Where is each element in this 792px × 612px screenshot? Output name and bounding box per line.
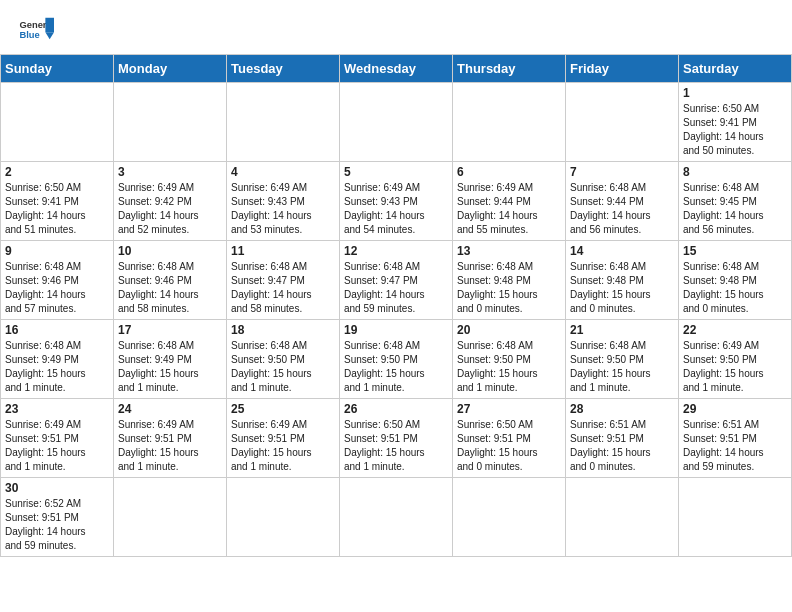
day-info: Sunrise: 6:49 AM Sunset: 9:50 PM Dayligh… bbox=[683, 339, 787, 395]
day-info: Sunrise: 6:52 AM Sunset: 9:51 PM Dayligh… bbox=[5, 497, 109, 553]
day-cell bbox=[679, 478, 792, 557]
svg-marker-2 bbox=[45, 18, 54, 32]
day-cell: 26Sunrise: 6:50 AM Sunset: 9:51 PM Dayli… bbox=[340, 399, 453, 478]
day-cell bbox=[1, 83, 114, 162]
header-monday: Monday bbox=[114, 55, 227, 83]
day-cell: 2Sunrise: 6:50 AM Sunset: 9:41 PM Daylig… bbox=[1, 162, 114, 241]
day-number: 1 bbox=[683, 86, 787, 100]
day-cell: 25Sunrise: 6:49 AM Sunset: 9:51 PM Dayli… bbox=[227, 399, 340, 478]
header-friday: Friday bbox=[566, 55, 679, 83]
week-row-5: 30Sunrise: 6:52 AM Sunset: 9:51 PM Dayli… bbox=[1, 478, 792, 557]
day-cell: 11Sunrise: 6:48 AM Sunset: 9:47 PM Dayli… bbox=[227, 241, 340, 320]
day-info: Sunrise: 6:49 AM Sunset: 9:51 PM Dayligh… bbox=[118, 418, 222, 474]
day-info: Sunrise: 6:50 AM Sunset: 9:51 PM Dayligh… bbox=[457, 418, 561, 474]
day-info: Sunrise: 6:50 AM Sunset: 9:51 PM Dayligh… bbox=[344, 418, 448, 474]
day-cell: 4Sunrise: 6:49 AM Sunset: 9:43 PM Daylig… bbox=[227, 162, 340, 241]
day-number: 15 bbox=[683, 244, 787, 258]
day-number: 9 bbox=[5, 244, 109, 258]
day-info: Sunrise: 6:49 AM Sunset: 9:43 PM Dayligh… bbox=[231, 181, 335, 237]
day-cell: 22Sunrise: 6:49 AM Sunset: 9:50 PM Dayli… bbox=[679, 320, 792, 399]
day-number: 5 bbox=[344, 165, 448, 179]
day-cell bbox=[227, 478, 340, 557]
day-cell: 19Sunrise: 6:48 AM Sunset: 9:50 PM Dayli… bbox=[340, 320, 453, 399]
day-info: Sunrise: 6:50 AM Sunset: 9:41 PM Dayligh… bbox=[683, 102, 787, 158]
day-number: 18 bbox=[231, 323, 335, 337]
day-cell bbox=[340, 478, 453, 557]
day-info: Sunrise: 6:48 AM Sunset: 9:50 PM Dayligh… bbox=[231, 339, 335, 395]
day-info: Sunrise: 6:51 AM Sunset: 9:51 PM Dayligh… bbox=[683, 418, 787, 474]
day-cell: 6Sunrise: 6:49 AM Sunset: 9:44 PM Daylig… bbox=[453, 162, 566, 241]
header-wednesday: Wednesday bbox=[340, 55, 453, 83]
day-cell bbox=[227, 83, 340, 162]
day-cell: 20Sunrise: 6:48 AM Sunset: 9:50 PM Dayli… bbox=[453, 320, 566, 399]
day-number: 3 bbox=[118, 165, 222, 179]
day-cell: 18Sunrise: 6:48 AM Sunset: 9:50 PM Dayli… bbox=[227, 320, 340, 399]
calendar-body: 1Sunrise: 6:50 AM Sunset: 9:41 PM Daylig… bbox=[1, 83, 792, 557]
day-number: 23 bbox=[5, 402, 109, 416]
day-cell bbox=[114, 478, 227, 557]
day-info: Sunrise: 6:48 AM Sunset: 9:50 PM Dayligh… bbox=[457, 339, 561, 395]
week-row-3: 16Sunrise: 6:48 AM Sunset: 9:49 PM Dayli… bbox=[1, 320, 792, 399]
day-cell: 12Sunrise: 6:48 AM Sunset: 9:47 PM Dayli… bbox=[340, 241, 453, 320]
day-number: 11 bbox=[231, 244, 335, 258]
day-info: Sunrise: 6:48 AM Sunset: 9:49 PM Dayligh… bbox=[118, 339, 222, 395]
logo: General Blue bbox=[18, 12, 54, 48]
day-info: Sunrise: 6:48 AM Sunset: 9:48 PM Dayligh… bbox=[457, 260, 561, 316]
day-number: 30 bbox=[5, 481, 109, 495]
week-row-1: 2Sunrise: 6:50 AM Sunset: 9:41 PM Daylig… bbox=[1, 162, 792, 241]
day-number: 20 bbox=[457, 323, 561, 337]
day-cell: 17Sunrise: 6:48 AM Sunset: 9:49 PM Dayli… bbox=[114, 320, 227, 399]
day-info: Sunrise: 6:49 AM Sunset: 9:51 PM Dayligh… bbox=[5, 418, 109, 474]
day-info: Sunrise: 6:50 AM Sunset: 9:41 PM Dayligh… bbox=[5, 181, 109, 237]
day-number: 24 bbox=[118, 402, 222, 416]
day-number: 17 bbox=[118, 323, 222, 337]
day-cell: 28Sunrise: 6:51 AM Sunset: 9:51 PM Dayli… bbox=[566, 399, 679, 478]
day-number: 28 bbox=[570, 402, 674, 416]
day-cell: 1Sunrise: 6:50 AM Sunset: 9:41 PM Daylig… bbox=[679, 83, 792, 162]
day-cell: 27Sunrise: 6:50 AM Sunset: 9:51 PM Dayli… bbox=[453, 399, 566, 478]
day-cell: 8Sunrise: 6:48 AM Sunset: 9:45 PM Daylig… bbox=[679, 162, 792, 241]
header-tuesday: Tuesday bbox=[227, 55, 340, 83]
day-cell bbox=[114, 83, 227, 162]
day-info: Sunrise: 6:48 AM Sunset: 9:46 PM Dayligh… bbox=[118, 260, 222, 316]
day-cell: 13Sunrise: 6:48 AM Sunset: 9:48 PM Dayli… bbox=[453, 241, 566, 320]
calendar-header-row: SundayMondayTuesdayWednesdayThursdayFrid… bbox=[1, 55, 792, 83]
day-info: Sunrise: 6:49 AM Sunset: 9:43 PM Dayligh… bbox=[344, 181, 448, 237]
day-info: Sunrise: 6:48 AM Sunset: 9:48 PM Dayligh… bbox=[683, 260, 787, 316]
day-cell: 29Sunrise: 6:51 AM Sunset: 9:51 PM Dayli… bbox=[679, 399, 792, 478]
week-row-4: 23Sunrise: 6:49 AM Sunset: 9:51 PM Dayli… bbox=[1, 399, 792, 478]
day-cell: 3Sunrise: 6:49 AM Sunset: 9:42 PM Daylig… bbox=[114, 162, 227, 241]
day-number: 16 bbox=[5, 323, 109, 337]
day-number: 27 bbox=[457, 402, 561, 416]
day-number: 22 bbox=[683, 323, 787, 337]
day-number: 7 bbox=[570, 165, 674, 179]
day-cell bbox=[340, 83, 453, 162]
day-info: Sunrise: 6:49 AM Sunset: 9:44 PM Dayligh… bbox=[457, 181, 561, 237]
day-cell: 5Sunrise: 6:49 AM Sunset: 9:43 PM Daylig… bbox=[340, 162, 453, 241]
svg-text:Blue: Blue bbox=[19, 30, 39, 40]
day-cell: 23Sunrise: 6:49 AM Sunset: 9:51 PM Dayli… bbox=[1, 399, 114, 478]
day-info: Sunrise: 6:49 AM Sunset: 9:42 PM Dayligh… bbox=[118, 181, 222, 237]
day-cell: 15Sunrise: 6:48 AM Sunset: 9:48 PM Dayli… bbox=[679, 241, 792, 320]
day-number: 12 bbox=[344, 244, 448, 258]
day-info: Sunrise: 6:48 AM Sunset: 9:50 PM Dayligh… bbox=[570, 339, 674, 395]
svg-marker-3 bbox=[45, 32, 54, 39]
day-number: 19 bbox=[344, 323, 448, 337]
day-number: 25 bbox=[231, 402, 335, 416]
day-info: Sunrise: 6:48 AM Sunset: 9:47 PM Dayligh… bbox=[231, 260, 335, 316]
day-cell: 30Sunrise: 6:52 AM Sunset: 9:51 PM Dayli… bbox=[1, 478, 114, 557]
day-number: 6 bbox=[457, 165, 561, 179]
calendar: SundayMondayTuesdayWednesdayThursdayFrid… bbox=[0, 54, 792, 557]
day-info: Sunrise: 6:48 AM Sunset: 9:46 PM Dayligh… bbox=[5, 260, 109, 316]
day-cell: 10Sunrise: 6:48 AM Sunset: 9:46 PM Dayli… bbox=[114, 241, 227, 320]
day-cell: 9Sunrise: 6:48 AM Sunset: 9:46 PM Daylig… bbox=[1, 241, 114, 320]
day-number: 13 bbox=[457, 244, 561, 258]
day-cell bbox=[566, 83, 679, 162]
logo-icon: General Blue bbox=[18, 12, 54, 48]
header-thursday: Thursday bbox=[453, 55, 566, 83]
day-number: 10 bbox=[118, 244, 222, 258]
header: General Blue bbox=[0, 0, 792, 54]
day-info: Sunrise: 6:48 AM Sunset: 9:47 PM Dayligh… bbox=[344, 260, 448, 316]
day-number: 21 bbox=[570, 323, 674, 337]
day-info: Sunrise: 6:49 AM Sunset: 9:51 PM Dayligh… bbox=[231, 418, 335, 474]
